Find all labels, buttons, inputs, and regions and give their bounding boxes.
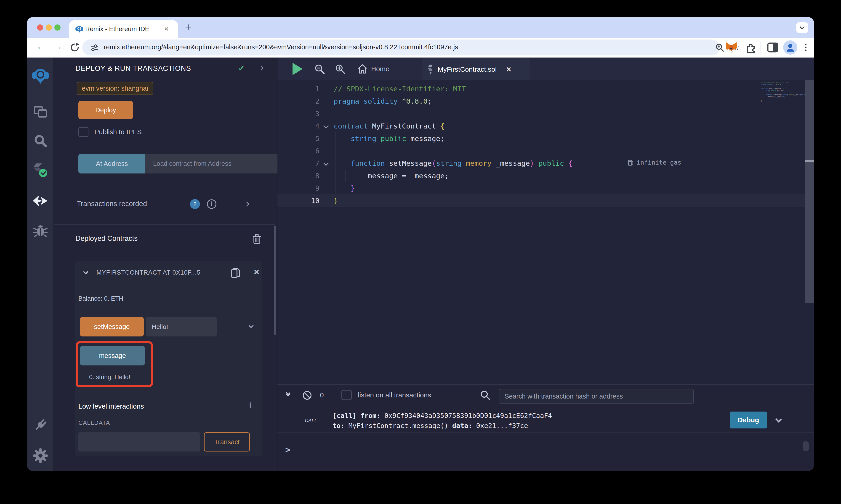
copy-address-icon[interactable] — [230, 267, 241, 279]
editor-area: Home MyFirstContract.sol × 12345678910 /… — [277, 57, 814, 471]
url-text[interactable]: remix.ethereum.org/#lang=en&optimize=fal… — [104, 43, 458, 51]
code-line[interactable] — [334, 108, 572, 120]
publish-ipfs-checkbox[interactable] — [79, 127, 88, 137]
fold-chevron-icon[interactable] — [323, 123, 329, 129]
code-lines[interactable]: // SPDX-License-Identifier: MITpragma so… — [334, 83, 572, 207]
deploy-and-run-icon[interactable] — [27, 195, 54, 207]
plugin-manager-icon[interactable] — [27, 418, 54, 432]
code-line[interactable]: } — [334, 195, 572, 207]
zoom-in-icon[interactable] — [334, 64, 346, 75]
line-number: 1 — [277, 83, 320, 95]
code-line[interactable] — [334, 145, 572, 157]
code-editor[interactable]: 12345678910 // SPDX-License-Identifier: … — [277, 80, 814, 384]
debug-button[interactable]: Debug — [730, 412, 767, 429]
line-number: 3 — [277, 108, 320, 120]
new-tab-button[interactable]: + — [185, 21, 191, 33]
editor-scrollbar[interactable] — [805, 80, 814, 303]
message-getter-button[interactable]: message — [80, 346, 145, 365]
code-line: string public message; — [761, 90, 806, 92]
browser-tab[interactable]: Remix - Ethereum IDE × — [69, 20, 178, 38]
code-line[interactable]: } — [334, 182, 572, 194]
side-panel-icon[interactable] — [767, 42, 778, 53]
back-button[interactable]: ← — [36, 41, 46, 52]
close-window-button[interactable] — [37, 24, 43, 31]
log-expand-chevron-icon[interactable] — [775, 416, 782, 422]
code-line[interactable]: pragma solidity ^0.8.0; — [334, 95, 572, 107]
icon-rail — [27, 57, 54, 471]
profile-avatar[interactable] — [783, 40, 797, 55]
code-line: contract MyFirstContract { — [761, 88, 806, 90]
at-address-button[interactable]: At Address — [79, 154, 145, 174]
deployed-contracts-title: Deployed Contracts — [75, 234, 138, 242]
file-tab[interactable]: MyFirstContract.sol × — [422, 58, 530, 80]
collapse-terminal-icon[interactable] — [287, 391, 290, 396]
code-line[interactable]: contract MyFirstContract { — [334, 120, 572, 132]
transactions-count-badge: 2 — [190, 199, 200, 209]
instance-collapse-chevron-icon[interactable] — [83, 269, 88, 275]
line-number: 6 — [277, 145, 320, 157]
code-line[interactable]: // SPDX-License-Identifier: MIT — [334, 83, 572, 95]
run-script-play-icon[interactable] — [293, 63, 303, 75]
debugger-bug-icon[interactable] — [27, 224, 54, 238]
set-message-expand-chevron-icon[interactable] — [248, 323, 254, 328]
clear-console-icon[interactable] — [302, 390, 313, 401]
extensions-puzzle-icon[interactable] — [744, 41, 757, 54]
file-tab-close-icon[interactable]: × — [506, 65, 511, 74]
search-icon[interactable] — [27, 134, 54, 147]
solidity-compiler-icon[interactable] — [27, 163, 54, 178]
transact-button[interactable]: Transact — [204, 432, 250, 451]
low-level-info-icon[interactable]: i — [249, 401, 252, 410]
log-line: to: MyFirstContract.message() data: 0xe2… — [332, 421, 552, 431]
listen-transactions-checkbox[interactable] — [341, 390, 352, 400]
minimap[interactable]: // SPDX-License-Identifier: MITpragma so… — [761, 82, 806, 102]
evm-version-badge: evm version: shanghai — [77, 82, 153, 95]
person-icon — [785, 42, 795, 53]
browser-menu-icon[interactable] — [805, 42, 806, 53]
terminal-scrollbar-thumb[interactable] — [803, 441, 809, 451]
terminal-prompt[interactable]: > — [285, 445, 290, 455]
zoom-page-icon[interactable] — [715, 43, 724, 52]
code-line[interactable]: string public message; — [334, 132, 572, 145]
line-number: 9 — [277, 182, 320, 194]
message-output: 0: string: Hello! — [89, 374, 130, 381]
panel-scrollbar[interactable] — [274, 226, 276, 335]
at-address-group: At Address — [79, 154, 309, 174]
fold-chevron-icon[interactable] — [323, 160, 329, 166]
divider — [54, 187, 275, 187]
editor-scrollbar-thumb[interactable] — [805, 160, 814, 162]
tab-close-icon[interactable]: × — [164, 24, 169, 33]
calldata-input[interactable] — [79, 432, 200, 451]
app-content: DEPLOY & RUN TRANSACTIONS ✓ evm version:… — [27, 57, 814, 471]
panel-expand-chevron-icon[interactable] — [258, 66, 264, 71]
instance-title[interactable]: MYFIRSTCONTRACT AT 0X10F...5 — [97, 269, 201, 276]
solidity-file-icon — [428, 65, 433, 74]
deploy-run-panel: DEPLOY & RUN TRANSACTIONS ✓ evm version:… — [54, 57, 277, 471]
forward-button[interactable]: → — [53, 41, 63, 52]
site-settings-icon[interactable] — [90, 43, 99, 52]
editor-tab-bar: Home MyFirstContract.sol × — [277, 57, 814, 80]
set-message-input[interactable] — [146, 317, 217, 337]
gutter-numbers: 12345678910 — [277, 83, 320, 207]
set-message-button[interactable]: setMessage — [80, 317, 144, 337]
file-explorer-icon[interactable] — [27, 106, 54, 118]
info-icon[interactable] — [207, 199, 217, 209]
reload-button[interactable] — [69, 42, 80, 53]
code-line[interactable]: message = _message; — [334, 169, 572, 182]
settings-gear-icon[interactable] — [27, 448, 54, 463]
remove-instance-icon[interactable]: × — [254, 267, 259, 277]
transactions-expand-chevron-icon[interactable] — [244, 201, 250, 207]
terminal-search-input[interactable] — [499, 389, 694, 403]
minimize-window-button[interactable] — [46, 24, 52, 31]
deploy-button[interactable]: Deploy — [79, 101, 133, 120]
home-tab[interactable]: Home — [357, 57, 390, 80]
code-line[interactable]: function setMessage(string memory _messa… — [334, 157, 572, 169]
zoom-out-icon[interactable] — [314, 64, 325, 75]
tab-search-button[interactable] — [796, 22, 808, 33]
metamask-extension-icon[interactable] — [725, 41, 738, 54]
terminal-log-row[interactable]: CALL [call] from: 0x9Cf934043aD350758391… — [277, 409, 814, 433]
url-bar[interactable]: remix.ethereum.org/#lang=en&optimize=fal… — [82, 39, 720, 55]
maximize-window-button[interactable] — [54, 24, 61, 31]
trash-icon[interactable] — [252, 234, 261, 244]
line-number: 4 — [277, 120, 320, 132]
remix-logo-icon[interactable] — [27, 68, 54, 84]
